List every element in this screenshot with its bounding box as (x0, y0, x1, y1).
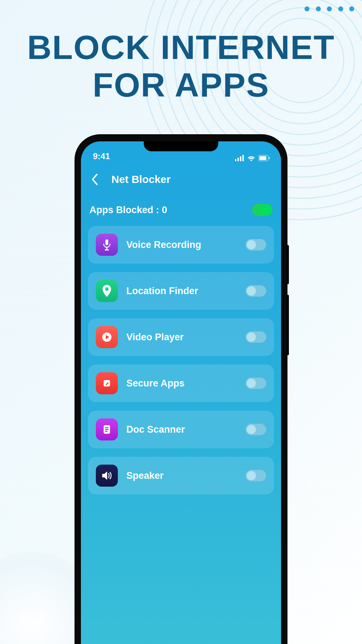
svg-rect-0 (235, 159, 236, 161)
pin-icon (96, 280, 118, 302)
master-toggle[interactable] (252, 204, 273, 216)
phone-side-button (287, 245, 289, 284)
app-name-label: Video Player (126, 332, 237, 343)
summary-row: Apps Blocked : 0 (81, 194, 281, 224)
mic-icon (96, 234, 118, 256)
svg-point-10 (105, 287, 109, 291)
phone-side-button (287, 295, 289, 355)
svg-rect-14 (105, 427, 109, 428)
toggle-knob (261, 205, 272, 215)
toggle-knob (247, 471, 256, 480)
headline-line1: Block Internet (0, 28, 362, 66)
app-name-label: Location Finder (126, 286, 237, 297)
app-row-voice-recording: Voice Recording (88, 226, 274, 264)
speaker-icon (96, 465, 118, 487)
svg-rect-15 (105, 429, 109, 430)
app-row-doc-scanner: Doc Scanner (88, 411, 274, 448)
toggle-knob (247, 286, 256, 296)
decoration-dots (305, 6, 354, 21)
chevron-left-icon (91, 174, 98, 185)
svg-rect-3 (242, 155, 244, 161)
app-row-location-finder: Location Finder (88, 272, 274, 310)
play-icon (96, 326, 118, 348)
cellular-icon (235, 155, 244, 161)
svg-rect-1 (237, 158, 239, 161)
app-row-secure-apps: Secure Apps (88, 364, 274, 402)
svg-rect-16 (105, 431, 108, 432)
app-toggle-speaker[interactable] (246, 470, 266, 481)
nav-bar: Net Blocker (81, 163, 281, 194)
status-time: 9:41 (93, 151, 110, 161)
app-name-label: Speaker (126, 470, 237, 481)
app-name-label: Voice Recording (126, 239, 237, 250)
svg-rect-2 (240, 156, 241, 161)
app-toggle-secure-apps[interactable] (246, 378, 266, 389)
app-name-label: Doc Scanner (126, 424, 237, 435)
page-title: Net Blocker (111, 173, 171, 185)
app-toggle-doc-scanner[interactable] (246, 424, 266, 435)
phone-notch (144, 141, 218, 151)
svg-rect-7 (105, 239, 108, 245)
apps-blocked-count: Apps Blocked : 0 (89, 205, 167, 216)
app-list: Voice Recording Location Finder (81, 224, 281, 494)
svg-rect-5 (259, 156, 267, 160)
app-toggle-video-player[interactable] (246, 331, 266, 343)
app-row-video-player: Video Player (88, 318, 274, 356)
back-button[interactable] (89, 173, 101, 185)
phone-mockup: 9:41 (75, 135, 287, 644)
toggle-knob (247, 332, 256, 342)
svg-rect-8 (106, 247, 108, 250)
toggle-knob (247, 379, 256, 388)
app-toggle-location-finder[interactable] (246, 285, 266, 297)
battery-icon (258, 155, 270, 161)
svg-rect-9 (105, 249, 109, 250)
app-name-label: Secure Apps (126, 378, 237, 389)
app-toggle-voice-recording[interactable] (246, 239, 266, 250)
doc-icon (96, 418, 118, 440)
toggle-knob (247, 240, 256, 249)
app-row-speaker: Speaker (88, 457, 274, 494)
promo-headline: Block Internet For Apps (0, 28, 362, 104)
toggle-knob (247, 425, 256, 434)
svg-rect-6 (269, 157, 270, 159)
pencil-icon (96, 372, 118, 394)
wifi-icon (247, 155, 256, 161)
headline-line2: For Apps (0, 66, 362, 104)
